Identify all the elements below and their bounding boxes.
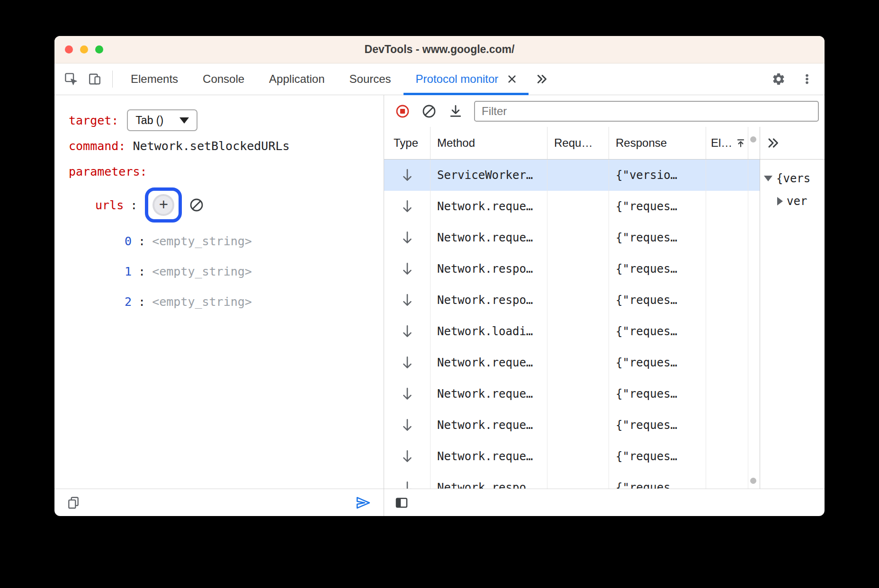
column-header-type[interactable]: Type — [384, 127, 431, 159]
row-type-cell — [384, 191, 431, 222]
record-toggle-button[interactable] — [392, 100, 413, 122]
column-header-elapsed[interactable]: El… — [706, 127, 748, 159]
table-row[interactable]: Network.reque… {"reques… — [384, 347, 760, 378]
item-value[interactable]: <empty_string> — [152, 234, 252, 248]
tab-label: Application — [269, 72, 324, 86]
table-row[interactable]: ServiceWorker… {"versio… — [384, 160, 760, 191]
column-header-method[interactable]: Method — [431, 127, 547, 159]
row-type-cell — [384, 441, 431, 472]
sidebar-header — [760, 127, 825, 160]
row-elapsed — [706, 441, 748, 472]
copy-command-button[interactable] — [67, 496, 80, 509]
table-row[interactable]: Network.respo… {"reques… — [384, 253, 760, 285]
tab-protocol-monitor[interactable]: Protocol monitor — [404, 63, 529, 95]
item-index: 0 — [125, 234, 132, 248]
tab-sources[interactable]: Sources — [337, 63, 404, 95]
table-row[interactable]: Network.reque… {"reques… — [384, 441, 760, 472]
url-item-row[interactable]: 0 : <empty_string> — [69, 226, 384, 256]
row-elapsed — [706, 378, 748, 410]
table-row[interactable]: Network.respo… {"reques… — [384, 285, 760, 316]
row-request — [547, 347, 609, 378]
toolbar-right-controls — [767, 63, 825, 95]
row-elapsed — [706, 472, 748, 489]
tab-elements[interactable]: Elements — [118, 63, 190, 95]
scrollbar-thumb-top[interactable] — [750, 136, 756, 143]
row-method: Network.reque… — [431, 378, 547, 410]
header-gutter — [748, 127, 760, 159]
monitor-table: Type Method Requ… Response El… — [384, 127, 760, 489]
kebab-menu-icon — [800, 72, 814, 86]
table-row[interactable]: Network.loadi… {"reques… — [384, 316, 760, 347]
tree-node-root[interactable]: {vers — [764, 167, 825, 190]
row-type-cell — [384, 410, 431, 441]
received-arrow-icon — [402, 387, 413, 401]
device-toolbar-icon — [88, 72, 101, 86]
column-header-response[interactable]: Response — [609, 127, 706, 159]
item-value[interactable]: <empty_string> — [152, 295, 252, 309]
table-row[interactable]: Network.reque… {"reques… — [384, 378, 760, 410]
row-type-cell — [384, 285, 431, 316]
table-row[interactable]: Network.reque… {"reques… — [384, 410, 760, 441]
command-row: command: Network.setBlockedURLs — [69, 133, 384, 159]
maximize-window-button[interactable] — [95, 45, 103, 53]
add-url-button[interactable]: + — [152, 194, 174, 216]
received-arrow-icon — [402, 293, 413, 307]
url-item-row[interactable]: 2 : <empty_string> — [69, 286, 384, 317]
settings-button[interactable] — [767, 72, 790, 86]
scrollbar-thumb-bottom[interactable] — [750, 478, 756, 484]
panel-left-icon — [395, 496, 409, 510]
tree-node-child[interactable]: ver — [764, 190, 825, 213]
row-response: {"reques… — [609, 285, 706, 316]
row-type-cell — [384, 253, 431, 285]
row-gutter — [748, 316, 760, 347]
clear-all-button[interactable] — [418, 100, 440, 122]
more-tabs-button[interactable] — [529, 63, 556, 95]
item-index: 2 — [125, 295, 132, 309]
inspect-element-button[interactable] — [59, 63, 83, 95]
tab-label: Elements — [131, 72, 178, 86]
highlight-ring: + — [145, 187, 182, 223]
row-response: {"versio… — [609, 160, 706, 191]
item-colon: : — [138, 234, 145, 248]
expand-sidebar-button[interactable] — [767, 136, 781, 150]
send-command-button[interactable] — [355, 496, 371, 509]
tree-root-label: {vers — [776, 172, 810, 185]
monitor-body: Type Method Requ… Response El… — [384, 127, 825, 489]
triangle-right-icon — [777, 197, 783, 205]
row-method: Network.reque… — [431, 410, 547, 441]
minimize-window-button[interactable] — [80, 45, 88, 53]
row-request — [547, 410, 609, 441]
save-log-button[interactable] — [445, 100, 466, 122]
row-method: Network.reque… — [431, 347, 547, 378]
received-arrow-icon — [402, 481, 413, 489]
column-header-request[interactable]: Requ… — [547, 127, 609, 159]
item-value[interactable]: <empty_string> — [152, 265, 252, 278]
menu-button[interactable] — [795, 72, 819, 86]
monitor-toolbar — [384, 95, 825, 127]
row-method: ServiceWorker… — [431, 160, 547, 191]
tab-application[interactable]: Application — [257, 63, 337, 95]
row-elapsed — [706, 285, 748, 316]
table-row[interactable]: Network.reque… {"reques… — [384, 191, 760, 222]
table-row[interactable]: Network.respo… {"reques… — [384, 472, 760, 489]
close-window-button[interactable] — [65, 45, 73, 53]
urls-colon: : — [130, 198, 137, 212]
url-item-row[interactable]: 1 : <empty_string> — [69, 256, 384, 286]
device-toolbar-button[interactable] — [83, 63, 107, 95]
row-response: {"reques… — [609, 410, 706, 441]
target-select[interactable]: Tab () — [127, 109, 197, 131]
row-type-cell — [384, 378, 431, 410]
tab-console[interactable]: Console — [190, 63, 257, 95]
row-elapsed — [706, 347, 748, 378]
row-type-cell — [384, 472, 431, 489]
delete-all-urls-button[interactable] — [189, 198, 204, 212]
command-editor-pane: target: Tab () command: Network.setBlock… — [54, 95, 384, 516]
traffic-lights — [65, 36, 103, 63]
command-value[interactable]: Network.setBlockedURLs — [133, 139, 289, 153]
close-tab-button[interactable] — [508, 75, 516, 83]
row-type-cell — [384, 316, 431, 347]
close-icon — [508, 75, 516, 83]
filter-input[interactable] — [474, 101, 819, 122]
toggle-sidebar-button[interactable] — [395, 496, 409, 510]
table-row[interactable]: Network.reque… {"reques… — [384, 222, 760, 253]
